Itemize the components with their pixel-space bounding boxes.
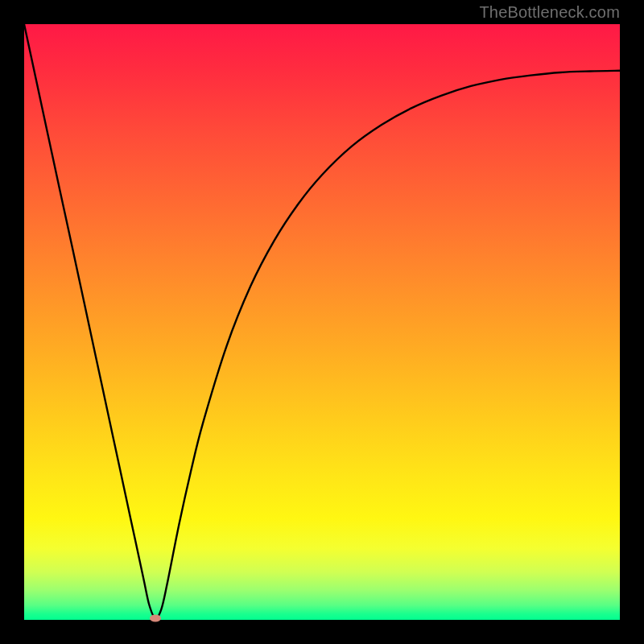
min-marker [150,614,161,621]
chart-frame: TheBottleneck.com [0,0,644,644]
plot-area [24,24,620,620]
attribution-label: TheBottleneck.com [479,3,620,22]
bottleneck-curve [24,24,620,620]
